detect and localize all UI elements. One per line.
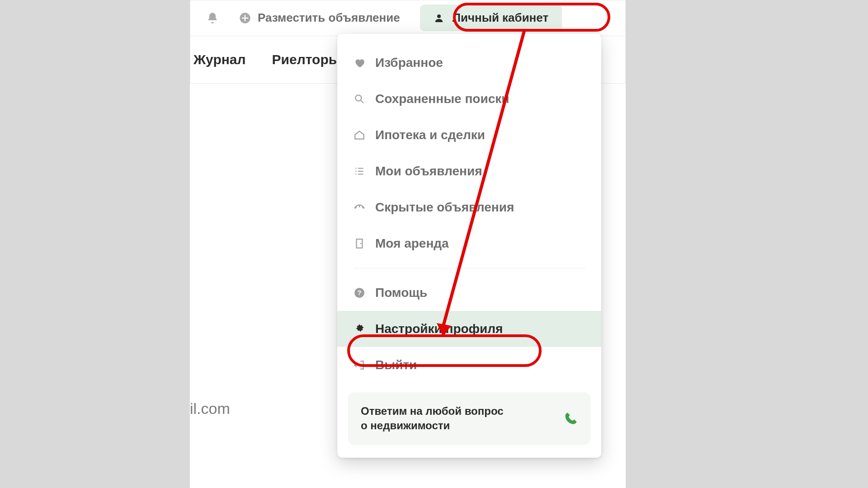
menu-item-label: Ипотека и сделки <box>375 128 485 142</box>
menu-item-saved-searches[interactable]: Сохраненные поиски <box>337 81 601 117</box>
post-ad-button[interactable]: Разместить объявление <box>239 11 400 25</box>
user-icon <box>434 13 444 23</box>
gear-icon <box>354 323 365 335</box>
post-ad-label: Разместить объявление <box>258 11 400 25</box>
search-saved-icon <box>354 93 365 105</box>
house-icon <box>354 129 365 141</box>
menu-item-label: Настройки профиля <box>375 322 503 336</box>
top-toolbar: Разместить объявление Личный кабинет <box>190 0 626 36</box>
svg-point-4 <box>355 95 361 101</box>
list-icon <box>354 165 365 177</box>
page-body: il.com Избранное Сохраненные поиски Ипот… <box>190 84 626 488</box>
account-label: Личный кабинет <box>453 11 549 25</box>
heart-icon <box>354 57 365 69</box>
help-card-line2: о недвижимости <box>361 418 504 433</box>
account-dropdown: Избранное Сохраненные поиски Ипотека и с… <box>337 34 601 458</box>
svg-text:?: ? <box>357 289 361 296</box>
menu-item-my-rent[interactable]: Моя аренда <box>337 225 601 262</box>
eye-hidden-icon <box>354 202 365 213</box>
help-card-text: Ответим на любой вопрос о недвижимости <box>361 404 504 433</box>
account-button[interactable]: Личный кабинет <box>420 5 562 31</box>
menu-item-profile-settings[interactable]: Настройки профиля <box>337 311 601 347</box>
svg-rect-2 <box>242 17 248 18</box>
door-icon <box>354 238 365 249</box>
help-icon: ? <box>354 287 365 299</box>
bell-icon[interactable] <box>206 12 219 24</box>
menu-item-mortgage[interactable]: Ипотека и сделки <box>337 117 601 153</box>
menu-item-logout[interactable]: Выйти <box>337 347 601 383</box>
plus-circle-icon <box>239 12 251 24</box>
menu-item-label: Избранное <box>375 56 443 70</box>
menu-item-label: Моя аренда <box>375 236 449 251</box>
menu-item-label: Выйти <box>375 358 417 372</box>
nav-realtors[interactable]: Риелторы <box>272 52 340 67</box>
help-card-line1: Ответим на любой вопрос <box>361 404 504 418</box>
menu-item-favorites[interactable]: Избранное <box>337 45 601 81</box>
svg-point-3 <box>437 14 441 18</box>
menu-item-hidden-ads[interactable]: Скрытые объявления <box>337 189 601 225</box>
logout-icon <box>354 359 365 371</box>
help-card[interactable]: Ответим на любой вопрос о недвижимости <box>348 392 590 445</box>
menu-separator <box>354 268 585 268</box>
menu-item-label: Сохраненные поиски <box>375 92 509 106</box>
phone-icon <box>564 412 578 425</box>
menu-item-label: Мои объявления <box>375 164 482 178</box>
menu-item-label: Скрытые объявления <box>375 200 514 215</box>
menu-item-label: Помощь <box>375 286 427 300</box>
svg-point-6 <box>360 243 362 244</box>
menu-item-help[interactable]: ? Помощь <box>337 275 601 311</box>
menu-item-my-ads[interactable]: Мои объявления <box>337 153 601 189</box>
partial-email-text: il.com <box>190 400 230 418</box>
nav-journal[interactable]: Журнал <box>193 52 246 67</box>
